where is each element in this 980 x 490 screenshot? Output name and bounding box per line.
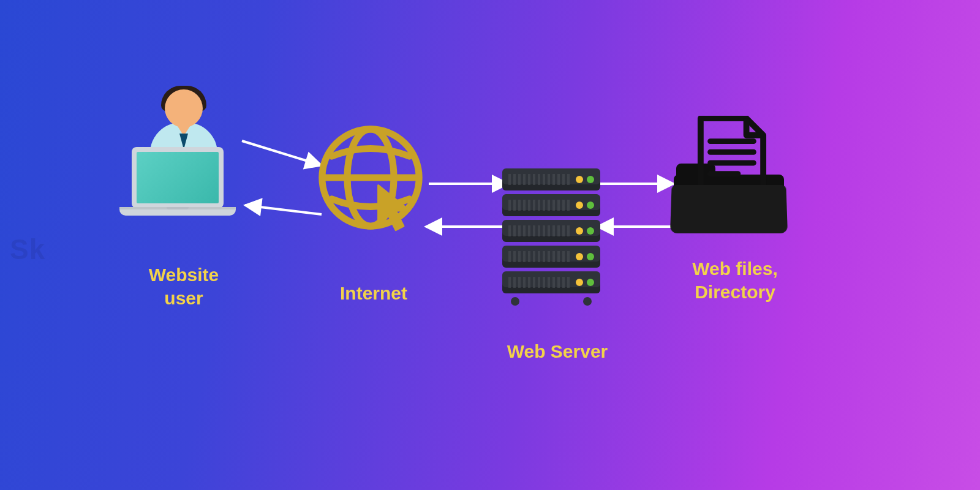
node-web-files <box>668 119 802 242</box>
server-rack-icon <box>502 168 600 306</box>
node-website-user <box>123 86 245 221</box>
watermark-text: Sk <box>10 233 45 266</box>
arrow-internet-to-user <box>245 205 322 214</box>
globe-cursor-icon <box>312 119 429 236</box>
label-web-files: Web files, Directory <box>662 257 809 303</box>
label-web-server: Web Server <box>478 340 637 363</box>
node-internet <box>312 119 435 236</box>
diagram-canvas: Sk Websi <box>0 0 980 490</box>
node-web-server <box>502 168 612 306</box>
user-laptop-icon <box>123 86 245 221</box>
connection-arrows <box>0 0 980 490</box>
arrow-user-to-internet <box>242 141 322 165</box>
folder-document-icon <box>668 119 790 242</box>
label-website-user: Website user <box>116 263 251 309</box>
label-internet: Internet <box>312 282 435 305</box>
